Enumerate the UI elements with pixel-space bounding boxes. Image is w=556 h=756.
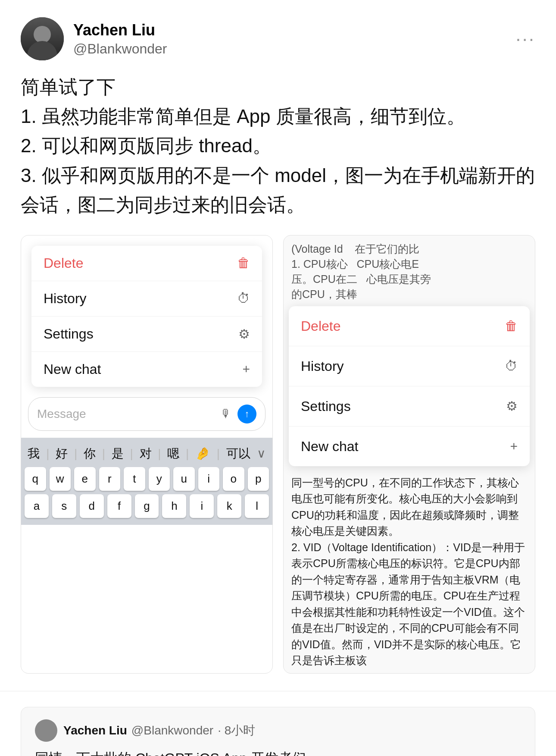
key-r[interactable]: r bbox=[99, 467, 121, 491]
suggestion-7[interactable]: 可以 bbox=[226, 445, 250, 462]
left-history-label: History bbox=[44, 291, 87, 307]
more-options-icon[interactable]: ··· bbox=[515, 28, 535, 50]
left-new-chat-icon: + bbox=[242, 362, 250, 376]
key-i2[interactable]: i bbox=[190, 494, 214, 518]
suggestion-5[interactable]: 对 bbox=[140, 445, 152, 462]
key-u[interactable]: u bbox=[173, 467, 195, 491]
right-top-partial: (Voltage Id 在于它们的比 1. CPU核心 CPU核心电E 压。CP… bbox=[284, 235, 535, 302]
key-f[interactable]: f bbox=[107, 494, 131, 518]
key-d[interactable]: d bbox=[80, 494, 104, 518]
left-menu-popup: Delete 🗑 History ⏱ Settings ⚙ New chat + bbox=[31, 246, 262, 387]
right-menu-popup: Delete 🗑 History ⏱ Settings ⚙ New chat + bbox=[289, 306, 530, 466]
keyboard-row-1: q w e r t y u i o p bbox=[25, 467, 269, 491]
body-line2: 1. 虽然功能非常简单但是 App 质量很高，细节到位。 bbox=[21, 102, 535, 131]
retweet-user-name: Yachen Liu bbox=[63, 724, 127, 737]
body-line4: 3. 似乎和网页版用的不是一个 model，图一为在手机端新开的会话，图二为同步… bbox=[21, 161, 535, 220]
right-delete-item[interactable]: Delete 🗑 bbox=[289, 306, 530, 346]
right-delete-label: Delete bbox=[301, 316, 341, 336]
left-input-placeholder: Message bbox=[37, 407, 214, 421]
left-delete-label: Delete bbox=[44, 255, 84, 271]
retweet-user-handle: @Blankwonder bbox=[131, 724, 213, 737]
right-delete-icon: 🗑 bbox=[505, 316, 518, 336]
avatar[interactable] bbox=[21, 17, 64, 60]
screenshots-row: Delete 🗑 History ⏱ Settings ⚙ New chat + bbox=[21, 235, 535, 674]
right-partial-text-4: 的CPU，其棒 bbox=[291, 287, 527, 302]
tweet-header-left: Yachen Liu @Blankwonder bbox=[21, 17, 167, 60]
left-keyboard-suggestions: 我 | 好 | 你 | 是 | 对 | 嗯 | 🤌 | 可以 ∨ bbox=[25, 442, 269, 467]
screenshot-left: Delete 🗑 History ⏱ Settings ⚙ New chat + bbox=[21, 235, 273, 674]
key-l[interactable]: l bbox=[245, 494, 269, 518]
left-settings-item[interactable]: Settings ⚙ bbox=[31, 317, 262, 352]
key-e[interactable]: e bbox=[74, 467, 96, 491]
suggestion-2[interactable]: 好 bbox=[56, 445, 68, 462]
key-w[interactable]: w bbox=[50, 467, 71, 491]
key-q[interactable]: q bbox=[25, 467, 46, 491]
retweet-user-info: Yachen Liu @Blankwonder · 8小时 bbox=[63, 722, 255, 739]
tweet-user-info: Yachen Liu @Blankwonder bbox=[73, 21, 167, 57]
left-delete-item[interactable]: Delete 🗑 bbox=[31, 246, 262, 281]
right-history-label: History bbox=[301, 356, 344, 376]
tweet-user-name[interactable]: Yachen Liu bbox=[73, 21, 167, 39]
left-new-chat-label: New chat bbox=[44, 361, 101, 377]
right-new-chat-label: New chat bbox=[301, 436, 358, 457]
left-keyboard: 我 | 好 | 你 | 是 | 对 | 嗯 | 🤌 | 可以 ∨ bbox=[21, 438, 272, 525]
right-partial-text-3: 压。CPU在二 心电压是其旁 bbox=[291, 272, 527, 287]
tweet-user-handle: @Blankwonder bbox=[73, 41, 167, 57]
keyboard-row-2: a s d f g h i k l bbox=[25, 494, 269, 518]
right-settings-icon: ⚙ bbox=[506, 396, 518, 416]
left-settings-label: Settings bbox=[44, 326, 94, 342]
suggestion-4[interactable]: 是 bbox=[112, 445, 124, 462]
right-partial-text-1: (Voltage Id 在于它们的比 bbox=[291, 242, 527, 257]
right-history-icon: ⏱ bbox=[505, 356, 518, 376]
key-y[interactable]: y bbox=[149, 467, 170, 491]
left-history-icon: ⏱ bbox=[237, 291, 250, 306]
retweet-card: Yachen Liu @Blankwonder · 8小时 同情一下大批的 Ch… bbox=[21, 707, 535, 756]
suggestion-1[interactable]: 我 bbox=[28, 445, 40, 462]
retweet-header: Yachen Liu @Blankwonder · 8小时 bbox=[35, 719, 521, 742]
left-new-chat-item[interactable]: New chat + bbox=[31, 352, 262, 387]
right-settings-item[interactable]: Settings ⚙ bbox=[289, 386, 530, 427]
retweet-text: 同情一下大批的 ChatGPT iOS App 开发者们... bbox=[35, 748, 521, 756]
key-h[interactable]: h bbox=[162, 494, 186, 518]
left-send-button[interactable]: ↑ bbox=[237, 405, 256, 423]
right-history-item[interactable]: History ⏱ bbox=[289, 346, 530, 386]
right-new-chat-item[interactable]: New chat + bbox=[289, 427, 530, 466]
suggestion-6[interactable]: 嗯 bbox=[167, 445, 179, 462]
chevron-down-icon[interactable]: ∨ bbox=[257, 446, 266, 461]
screenshot-right: (Voltage Id 在于它们的比 1. CPU核心 CPU核心电E 压。CP… bbox=[283, 235, 535, 674]
tweet-header: Yachen Liu @Blankwonder ··· bbox=[21, 17, 535, 60]
suggestion-emoji[interactable]: 🤌 bbox=[195, 446, 210, 461]
tweet-body: 简单试了下 1. 虽然功能非常简单但是 App 质量很高，细节到位。 2. 可以… bbox=[21, 72, 535, 220]
left-settings-icon: ⚙ bbox=[238, 326, 250, 342]
key-t[interactable]: t bbox=[124, 467, 145, 491]
key-p[interactable]: p bbox=[248, 467, 269, 491]
key-a[interactable]: a bbox=[25, 494, 49, 518]
body-line1: 简单试了下 bbox=[21, 72, 535, 102]
right-new-chat-icon: + bbox=[510, 436, 518, 456]
key-k[interactable]: k bbox=[217, 494, 241, 518]
left-input-bar[interactable]: Message 🎙 ↑ bbox=[28, 397, 266, 431]
suggestion-3[interactable]: 你 bbox=[84, 445, 96, 462]
right-scrollable-text: 同一型号的CPU，在不同的工作状态下，其核心电压也可能有所变化。核心电压的大小会… bbox=[284, 471, 535, 673]
body-line3: 2. 可以和网页版同步 thread。 bbox=[21, 131, 535, 160]
retweet-avatar bbox=[35, 719, 57, 742]
right-partial-text-2: 1. CPU核心 CPU核心电E bbox=[291, 257, 527, 272]
key-g[interactable]: g bbox=[135, 494, 159, 518]
key-s[interactable]: s bbox=[52, 494, 76, 518]
right-settings-label: Settings bbox=[301, 396, 351, 417]
retweet-time: · 8小时 bbox=[218, 722, 255, 739]
key-i[interactable]: i bbox=[198, 467, 220, 491]
key-o[interactable]: o bbox=[223, 467, 244, 491]
left-mic-icon: 🎙 bbox=[220, 407, 231, 420]
left-delete-icon: 🗑 bbox=[237, 256, 250, 270]
left-history-item[interactable]: History ⏱ bbox=[31, 281, 262, 317]
